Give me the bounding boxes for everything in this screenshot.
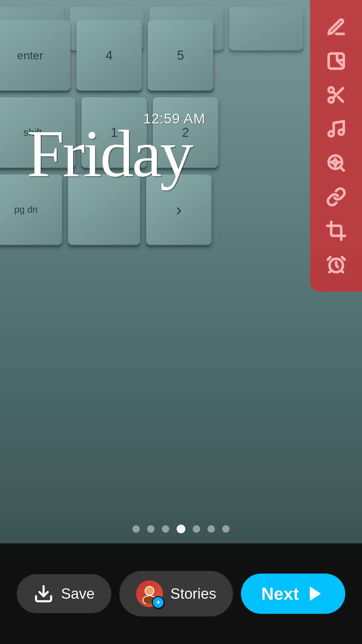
draw-tool-button[interactable] xyxy=(319,12,353,42)
next-button[interactable]: Next xyxy=(241,574,345,614)
save-button[interactable]: Save xyxy=(17,574,111,613)
avatar-icon xyxy=(139,584,160,604)
key-5: 5 xyxy=(148,20,213,91)
save-icon xyxy=(34,584,54,604)
link-tool-button[interactable] xyxy=(319,182,353,212)
key-shift: shift xyxy=(0,97,75,168)
keyboard-row-4: pg dn › xyxy=(0,174,212,245)
timer-icon xyxy=(326,255,346,275)
dot-1 xyxy=(132,525,140,533)
music-tool-button[interactable] xyxy=(319,114,353,144)
keyboard-row-2: enter 4 5 xyxy=(0,20,213,91)
key-arrow: › xyxy=(146,174,212,245)
key-blank xyxy=(68,174,140,245)
svg-line-9 xyxy=(340,167,344,170)
search-star-icon xyxy=(326,153,346,173)
pencil-icon xyxy=(326,17,346,37)
key-4: 4 xyxy=(76,20,142,91)
scissors-icon xyxy=(326,85,346,105)
key-enter: enter xyxy=(0,20,70,91)
page-indicators xyxy=(0,525,362,533)
sticker-icon xyxy=(326,51,346,71)
dot-4-active xyxy=(177,525,185,533)
svg-line-5 xyxy=(333,92,336,95)
next-label: Next xyxy=(261,584,299,604)
search-star-tool-button[interactable] xyxy=(319,148,353,178)
link-icon xyxy=(326,187,346,207)
keyboard-row-3: shift 1 2 xyxy=(0,97,218,168)
dot-6 xyxy=(207,525,215,533)
stories-button[interactable]: + Stories xyxy=(119,571,233,616)
dot-2 xyxy=(147,525,155,533)
crop-tool-button[interactable] xyxy=(319,216,353,246)
svg-point-7 xyxy=(339,130,344,135)
key-pgdn: pg dn xyxy=(0,174,62,245)
sticker-tool-button[interactable] xyxy=(319,46,353,76)
key-2: 2 xyxy=(153,97,218,168)
music-icon xyxy=(326,119,346,139)
timer-tool-button[interactable] xyxy=(319,250,353,280)
svg-point-6 xyxy=(328,131,334,137)
svg-point-13 xyxy=(143,596,156,604)
save-label: Save xyxy=(61,585,95,602)
next-arrow-icon xyxy=(306,584,325,603)
stories-avatar: + xyxy=(136,580,163,607)
dot-7 xyxy=(222,525,230,533)
key-1: 1 xyxy=(81,97,147,168)
svg-point-12 xyxy=(145,587,154,595)
svg-line-4 xyxy=(338,97,343,102)
right-toolbar xyxy=(310,0,362,292)
scissors-tool-button[interactable] xyxy=(319,80,353,110)
svg-marker-14 xyxy=(310,586,321,601)
stories-label: Stories xyxy=(170,585,216,602)
dot-3 xyxy=(162,525,169,533)
dot-5 xyxy=(193,525,200,533)
crop-icon xyxy=(326,221,346,241)
bottom-bar: Save + Stories Next xyxy=(0,543,362,644)
key-partial xyxy=(229,7,303,50)
